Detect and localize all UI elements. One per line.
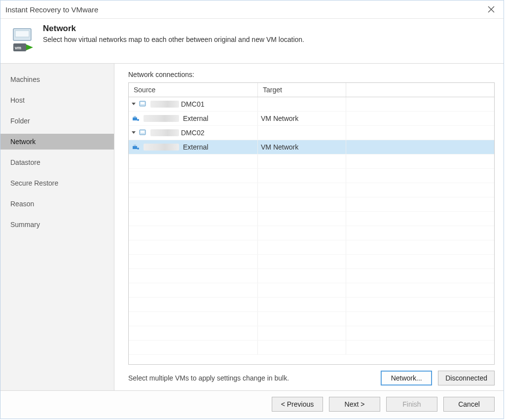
wizard-header: vm Network Select how virtual networks m…	[0, 19, 504, 64]
wizard-window: Instant Recovery to VMware vm Network Se…	[0, 0, 504, 419]
table-row[interactable]: External VM Network	[129, 112, 494, 126]
sidebar-item-secure-restore[interactable]: Secure Restore	[0, 175, 114, 191]
network-connections-table: Source Target	[128, 82, 495, 365]
window-title: Instant Recovery to VMware	[5, 5, 484, 14]
source-cell: DMC01	[129, 97, 258, 111]
col-target[interactable]: Target	[258, 83, 346, 97]
table-row-empty	[129, 197, 494, 212]
network-button[interactable]: Network...	[381, 371, 432, 385]
sidebar-item-reason[interactable]: Reason	[0, 196, 114, 212]
redacted-name	[150, 129, 179, 136]
svg-rect-9	[141, 102, 144, 104]
network-name: External	[183, 115, 208, 122]
svg-point-18	[137, 148, 139, 150]
page-heading: Network	[43, 24, 304, 34]
svg-rect-17	[134, 145, 136, 146]
header-icon: vm	[10, 27, 34, 54]
table-row-empty	[129, 240, 494, 255]
wizard-body: Machines Host Folder Network Datastore S…	[0, 64, 504, 390]
vm-icon	[139, 129, 146, 137]
svg-rect-11	[134, 116, 136, 117]
vm-name-suffix: DMC02	[181, 129, 204, 137]
target-cell: VM Network	[258, 140, 346, 154]
table-label: Network connections:	[128, 71, 495, 78]
col-source[interactable]: Source	[129, 83, 258, 97]
table-body: DMC01 External	[129, 97, 494, 364]
svg-marker-7	[132, 103, 136, 105]
sidebar-item-folder[interactable]: Folder	[0, 113, 114, 129]
wizard-steps: Machines Host Folder Network Datastore S…	[0, 64, 114, 390]
svg-rect-10	[133, 117, 137, 120]
network-name: External	[183, 143, 208, 151]
titlebar: Instant Recovery to VMware	[0, 0, 504, 19]
source-cell: DMC02	[129, 126, 258, 140]
close-icon	[488, 6, 495, 13]
table-row-empty	[129, 183, 494, 197]
network-adapter-icon	[132, 115, 140, 122]
content-panel: Network connections: Source Target	[114, 64, 504, 390]
target-cell	[258, 126, 346, 140]
network-adapter-icon	[132, 143, 140, 151]
svg-marker-13	[132, 131, 136, 134]
disconnected-button[interactable]: Disconnected	[438, 371, 495, 385]
table-row[interactable]: DMC02	[129, 126, 494, 140]
close-button[interactable]	[484, 4, 499, 15]
wizard-nav: < Previous Next > Finish Cancel	[0, 390, 504, 419]
redacted-name	[144, 144, 179, 151]
table-row-empty	[129, 283, 494, 298]
table-row-empty	[129, 212, 494, 226]
chevron-down-icon	[132, 102, 136, 106]
table-row-empty	[129, 269, 494, 283]
redacted-name	[150, 101, 179, 108]
table-row[interactable]: DMC01	[129, 97, 494, 112]
table-row-empty	[129, 326, 494, 341]
sidebar-item-host[interactable]: Host	[0, 92, 114, 108]
target-cell: VM Network	[258, 112, 346, 125]
finish-button[interactable]: Finish	[386, 397, 437, 412]
redacted-name	[144, 115, 179, 122]
sidebar-item-network[interactable]: Network	[0, 134, 114, 150]
sidebar-item-summary[interactable]: Summary	[0, 217, 114, 232]
vm-icon	[139, 100, 146, 108]
cancel-button[interactable]: Cancel	[443, 397, 495, 412]
svg-text:vm: vm	[15, 45, 21, 50]
source-cell: External	[129, 112, 258, 125]
table-header: Source Target	[129, 83, 494, 97]
source-cell: External	[129, 140, 258, 154]
table-row[interactable]: External VM Network	[129, 140, 494, 154]
bulk-hint-text: Select multiple VMs to apply settings ch…	[128, 374, 375, 382]
svg-marker-6	[26, 44, 33, 50]
expand-toggle[interactable]	[132, 131, 137, 135]
col-spare	[346, 83, 494, 97]
table-row-empty	[129, 298, 494, 312]
svg-point-12	[137, 119, 139, 121]
next-button[interactable]: Next >	[329, 397, 380, 412]
sidebar-item-machines[interactable]: Machines	[0, 72, 114, 87]
sidebar-item-datastore[interactable]: Datastore	[0, 154, 114, 170]
page-subheading: Select how virtual networks map to each …	[43, 36, 304, 43]
table-row-empty	[129, 169, 494, 183]
vmware-recovery-icon: vm	[10, 27, 34, 54]
target-cell	[258, 97, 346, 111]
previous-button[interactable]: < Previous	[272, 397, 323, 412]
expand-toggle[interactable]	[132, 102, 137, 106]
svg-rect-16	[133, 146, 137, 149]
svg-rect-15	[141, 131, 144, 133]
table-row-empty	[129, 312, 494, 326]
svg-rect-3	[15, 31, 29, 37]
content-footer: Select multiple VMs to apply settings ch…	[128, 371, 495, 385]
table-row-empty	[129, 226, 494, 240]
table-row-empty	[129, 154, 494, 169]
chevron-down-icon	[132, 131, 136, 135]
table-row-empty	[129, 255, 494, 269]
table-row-empty	[129, 341, 494, 355]
vm-name-suffix: DMC01	[181, 100, 204, 108]
